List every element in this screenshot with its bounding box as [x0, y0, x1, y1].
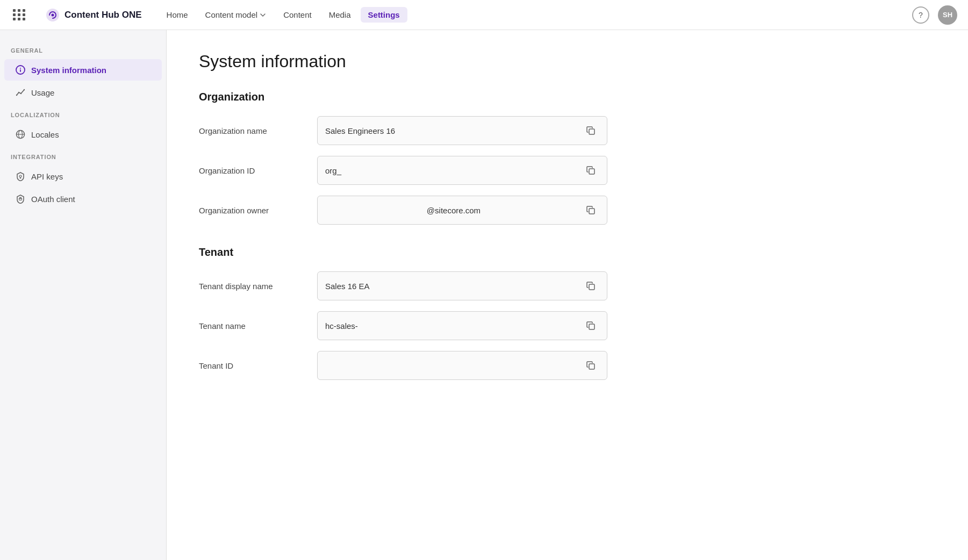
- copy-icon: [586, 166, 596, 175]
- org-owner-field: @sitecore.com: [317, 196, 607, 225]
- copy-icon: [586, 126, 596, 135]
- svg-rect-19: [589, 284, 594, 290]
- org-name-field: Sales Engineers 16: [317, 116, 607, 145]
- svg-point-0: [52, 13, 54, 16]
- sidebar-section-localization: LOCALIZATION: [0, 112, 166, 123]
- brand-name: Content Hub ONE: [64, 10, 142, 20]
- sidebar-section-general: GENERAL: [0, 47, 166, 58]
- layout: GENERAL System information: [0, 30, 968, 560]
- nav-settings[interactable]: Settings: [361, 7, 407, 23]
- sidebar-item-locales[interactable]: Locales: [4, 124, 162, 145]
- tenant-display-name-field: Sales 16 EA: [317, 271, 607, 300]
- sidebar-label-oauth-client: OAuth client: [31, 195, 75, 204]
- sidebar-label-usage: Usage: [31, 88, 54, 97]
- tenant-display-name-label: Tenant display name: [199, 282, 317, 291]
- tenant-id-label: Tenant ID: [199, 361, 317, 370]
- tenant-id-row: Tenant ID: [199, 351, 936, 380]
- tenant-name-row: Tenant name hc-sales-: [199, 311, 936, 340]
- shield-key-icon: [15, 171, 26, 182]
- copy-icon: [586, 361, 596, 370]
- nav-content-model[interactable]: Content model: [198, 7, 274, 23]
- nav-content[interactable]: Content: [276, 7, 319, 23]
- svg-point-4: [16, 95, 17, 96]
- org-name-value: Sales Engineers 16: [325, 126, 582, 135]
- tenant-section: Tenant Tenant display name Sales 16 EA T…: [199, 246, 936, 380]
- info-circle-icon: [15, 64, 26, 75]
- chevron-down-icon: [260, 12, 266, 18]
- org-name-row: Organization name Sales Engineers 16: [199, 116, 936, 145]
- nav-links: Home Content model Content Media Setting…: [159, 7, 407, 23]
- tenant-name-field: hc-sales-: [317, 311, 607, 340]
- svg-rect-17: [589, 169, 594, 174]
- nav-home[interactable]: Home: [159, 7, 196, 23]
- org-owner-row: Organization owner @sitecore.com: [199, 196, 936, 225]
- shield-oauth-icon: [15, 193, 26, 204]
- sidebar-item-system-information[interactable]: System information: [4, 59, 162, 81]
- org-id-value: org_: [325, 166, 582, 175]
- topnav: Content Hub ONE Home Content model Conte…: [0, 0, 968, 30]
- tenant-section-title: Tenant: [199, 246, 936, 259]
- svg-point-7: [24, 89, 25, 90]
- tenant-name-label: Tenant name: [199, 321, 317, 331]
- org-id-copy-button[interactable]: [582, 162, 599, 179]
- app-grid-icon[interactable]: [11, 7, 28, 23]
- org-owner-copy-button[interactable]: [582, 202, 599, 219]
- chart-icon: [15, 87, 26, 98]
- svg-rect-21: [589, 364, 594, 369]
- copy-icon: [586, 321, 596, 331]
- brand: Content Hub ONE: [45, 8, 142, 23]
- nav-right: ? SH: [912, 5, 957, 25]
- sidebar-label-system-information: System information: [31, 66, 106, 75]
- svg-point-6: [20, 93, 21, 94]
- sidebar-item-api-keys[interactable]: API keys: [4, 166, 162, 187]
- globe-icon: [15, 129, 26, 140]
- sidebar-label-locales: Locales: [31, 130, 59, 139]
- page-title: System information: [199, 52, 936, 71]
- tenant-display-name-row: Tenant display name Sales 16 EA: [199, 271, 936, 300]
- org-id-field: org_: [317, 156, 607, 185]
- sidebar-section-integration: INTEGRATION: [0, 154, 166, 164]
- sidebar: GENERAL System information: [0, 30, 167, 560]
- svg-point-5: [18, 92, 19, 93]
- svg-rect-18: [589, 209, 594, 214]
- svg-rect-3: [20, 69, 21, 72]
- main-content: System information Organization Organiza…: [167, 30, 968, 560]
- tenant-display-name-copy-button[interactable]: [582, 277, 599, 295]
- tenant-display-name-value: Sales 16 EA: [325, 282, 582, 291]
- org-owner-label: Organization owner: [199, 206, 317, 215]
- tenant-id-copy-button[interactable]: [582, 357, 599, 374]
- tenant-name-copy-button[interactable]: [582, 317, 599, 334]
- svg-point-2: [20, 68, 21, 69]
- help-button[interactable]: ?: [912, 6, 929, 24]
- nav-media[interactable]: Media: [321, 7, 358, 23]
- sidebar-item-usage[interactable]: Usage: [4, 82, 162, 103]
- organization-section: Organization Organization name Sales Eng…: [199, 91, 936, 225]
- svg-rect-16: [589, 129, 594, 134]
- sidebar-label-api-keys: API keys: [31, 172, 63, 181]
- svg-rect-20: [589, 324, 594, 329]
- copy-icon: [586, 281, 596, 291]
- tenant-name-value: hc-sales-: [325, 321, 582, 331]
- sidebar-item-oauth-client[interactable]: OAuth client: [4, 188, 162, 210]
- org-id-label: Organization ID: [199, 166, 317, 175]
- copy-icon: [586, 205, 596, 215]
- org-id-row: Organization ID org_: [199, 156, 936, 185]
- organization-section-title: Organization: [199, 91, 936, 103]
- tenant-id-field: [317, 351, 607, 380]
- org-owner-value: @sitecore.com: [325, 206, 582, 215]
- org-name-copy-button[interactable]: [582, 122, 599, 139]
- brand-logo-icon: [45, 8, 60, 23]
- org-name-label: Organization name: [199, 126, 317, 135]
- user-avatar[interactable]: SH: [938, 5, 957, 25]
- svg-point-11: [19, 175, 21, 177]
